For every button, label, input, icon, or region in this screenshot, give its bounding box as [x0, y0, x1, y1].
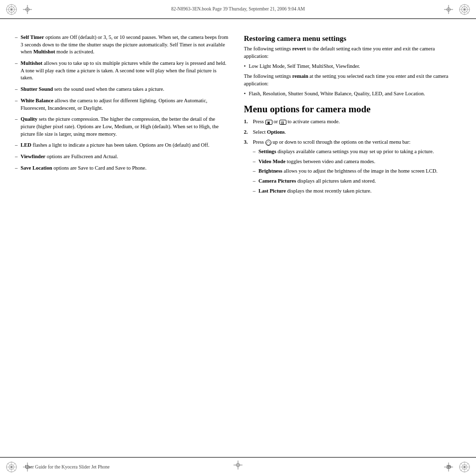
- viewfinder-content: Viewfinder options are Fullscreen and Ac…: [20, 153, 229, 161]
- left-column: – Self Timer options are Off (default) o…: [10, 34, 229, 447]
- dash-icon: –: [15, 153, 17, 161]
- restoring-bullet1-text: Low Light Mode, Self Timer, MultiShot, V…: [248, 63, 360, 70]
- camera-icon-2: ▤: [279, 120, 286, 125]
- step-2: 2. Select Options.: [244, 129, 458, 136]
- led-term: LED: [20, 142, 31, 148]
- restoring-heading: Restoring camera menu settings: [244, 34, 458, 43]
- restoring-section: Restoring camera menu settings The follo…: [244, 34, 458, 98]
- restoring-para1: The following settings revert to the def…: [244, 45, 458, 60]
- viewfinder-term: Viewfinder: [20, 154, 45, 159]
- video-mode-term: Video Mode: [258, 159, 285, 164]
- sub-last-picture-content: Last Picture displays the most recently …: [258, 188, 372, 195]
- header-right-ornament: [458, 3, 471, 16]
- list-item-multishot: – Multishot allows you to take up to six…: [15, 60, 229, 82]
- footer-left-ornament: [5, 461, 18, 474]
- shutter-sound-content: Shutter Sound sets the sound used when t…: [20, 86, 229, 93]
- sub-camera-pictures-content: Camera Pictures displays all pictures ta…: [258, 178, 376, 185]
- header-bar: 82-N8963-3EN.book Page 39 Thursday, Sept…: [0, 0, 476, 19]
- step-num-2: 2.: [244, 129, 251, 136]
- step-num-1: 1.: [244, 118, 251, 126]
- step-1: 1. Press ▣ or ▤ to activate camera mode.: [244, 118, 458, 126]
- restoring-bullet1: • Low Light Mode, Self Timer, MultiShot,…: [244, 63, 458, 70]
- sub-brightness-content: Brightness allows you to adjust the brig…: [258, 168, 438, 175]
- multishot-content: Multishot allows you to take up to six m…: [20, 60, 229, 82]
- dash-icon: –: [15, 165, 17, 172]
- header-left-crosshair: [23, 5, 32, 15]
- save-location-content: Save Location options are Save to Card a…: [20, 165, 229, 172]
- dash-icon: –: [15, 34, 17, 56]
- svg-point-19: [464, 8, 466, 10]
- footer-right-ornament: [458, 461, 471, 474]
- options-bold: Options: [267, 129, 285, 135]
- restoring-para2: The following settings remain at the set…: [244, 73, 458, 87]
- svg-point-42: [464, 466, 466, 468]
- sub-item-brightness: – Brightness allows you to adjust the br…: [253, 168, 458, 175]
- sub-dash: –: [253, 148, 255, 156]
- self-timer-content: Self Timer options are Off (default) or …: [20, 34, 229, 56]
- steps-list: 1. Press ▣ or ▤ to activate camera mode.…: [244, 118, 458, 198]
- sub-dash: –: [253, 178, 255, 185]
- revert-bold: revert: [292, 46, 306, 51]
- right-column: Restoring camera menu settings The follo…: [239, 34, 458, 447]
- remain-bold: remain: [292, 73, 308, 79]
- step-3-content: Press ◯ up or down to scroll through the…: [253, 139, 458, 197]
- footer-center-crosshair: [234, 461, 242, 471]
- step-1-content: Press ▣ or ▤ to activate camera mode.: [253, 118, 458, 126]
- brightness-term: Brightness: [258, 168, 282, 174]
- shutter-sound-term: Shutter Sound: [20, 86, 53, 92]
- step-num-3: 3.: [244, 139, 251, 197]
- step-2-content: Select Options.: [253, 129, 458, 136]
- list-item-shutter-sound: – Shutter Sound sets the sound used when…: [15, 86, 229, 93]
- multishot-ref: Multishot: [33, 49, 55, 54]
- dash-icon: –: [15, 116, 17, 138]
- header-text: 82-N8963-3EN.book Page 39 Thursday, Sept…: [171, 6, 305, 11]
- sub-item-camera-pictures: – Camera Pictures displays all pictures …: [253, 178, 458, 185]
- menu-options-section: Menu options for camera mode 1. Press ▣ …: [244, 104, 458, 197]
- list-item-self-timer: – Self Timer options are Off (default) o…: [15, 34, 229, 56]
- self-timer-term: Self Timer: [20, 34, 44, 40]
- sub-settings-content: Settings displays available camera setti…: [258, 148, 434, 156]
- page-content: – Self Timer options are Off (default) o…: [0, 19, 476, 457]
- list-item-quality: – Quality sets the picture compression. …: [15, 116, 229, 138]
- bullet-dot2: •: [244, 90, 246, 98]
- list-item-led: – LED flashes a light to indicate a pict…: [15, 142, 229, 149]
- sub-dash: –: [253, 158, 255, 166]
- white-balance-content: White Balance allows the camera to adjus…: [20, 97, 229, 112]
- dash-icon: –: [15, 60, 17, 82]
- sub-video-mode-content: Video Mode toggles between video and cam…: [258, 158, 375, 166]
- led-content: LED flashes a light to indicate a pictur…: [20, 142, 229, 149]
- svg-point-6: [10, 8, 12, 10]
- restoring-bullet2-text: Flash, Resolution, Shutter Sound, White …: [248, 90, 425, 98]
- settings-term: Settings: [258, 149, 276, 154]
- dash-icon: –: [15, 142, 17, 149]
- restoring-bullet2: • Flash, Resolution, Shutter Sound, Whit…: [244, 90, 458, 98]
- header-right-crosshair: [444, 5, 453, 15]
- save-location-term: Save Location: [20, 165, 52, 171]
- quality-term: Quality: [20, 116, 37, 122]
- sub-item-settings: – Settings displays available camera set…: [253, 148, 458, 156]
- camera-pictures-term: Camera Pictures: [258, 178, 296, 184]
- list-item-viewfinder: – Viewfinder options are Fullscreen and …: [15, 153, 229, 161]
- sub-item-last-picture: – Last Picture displays the most recentl…: [253, 188, 458, 195]
- step-3: 3. Press ◯ up or down to scroll through …: [244, 139, 458, 197]
- footer-left-text: User Guide for the Kyocera Slider Jet Ph…: [25, 465, 110, 470]
- footer-right-crosshair: [444, 463, 453, 473]
- dash-icon: –: [15, 97, 17, 112]
- white-balance-term: White Balance: [20, 98, 53, 103]
- scroll-icon: ◯: [265, 140, 271, 146]
- dash-icon: –: [15, 86, 17, 93]
- menu-options-heading: Menu options for camera mode: [244, 104, 458, 115]
- quality-content: Quality sets the picture compression. Th…: [20, 116, 229, 138]
- header-left-ornament: [5, 3, 18, 16]
- camera-icon-1: ▣: [265, 120, 272, 125]
- bullet-dot: •: [244, 63, 246, 70]
- last-picture-term: Last Picture: [258, 188, 286, 194]
- footer-bar: User Guide for the Kyocera Slider Jet Ph…: [0, 457, 476, 476]
- sub-dash: –: [253, 168, 255, 175]
- svg-point-26: [10, 466, 12, 468]
- sub-items-list: – Settings displays available camera set…: [253, 148, 458, 195]
- sub-dash: –: [253, 188, 255, 195]
- sub-item-video-mode: – Video Mode toggles between video and c…: [253, 158, 458, 166]
- list-item-white-balance: – White Balance allows the camera to adj…: [15, 97, 229, 112]
- left-bullet-list: – Self Timer options are Off (default) o…: [15, 34, 229, 172]
